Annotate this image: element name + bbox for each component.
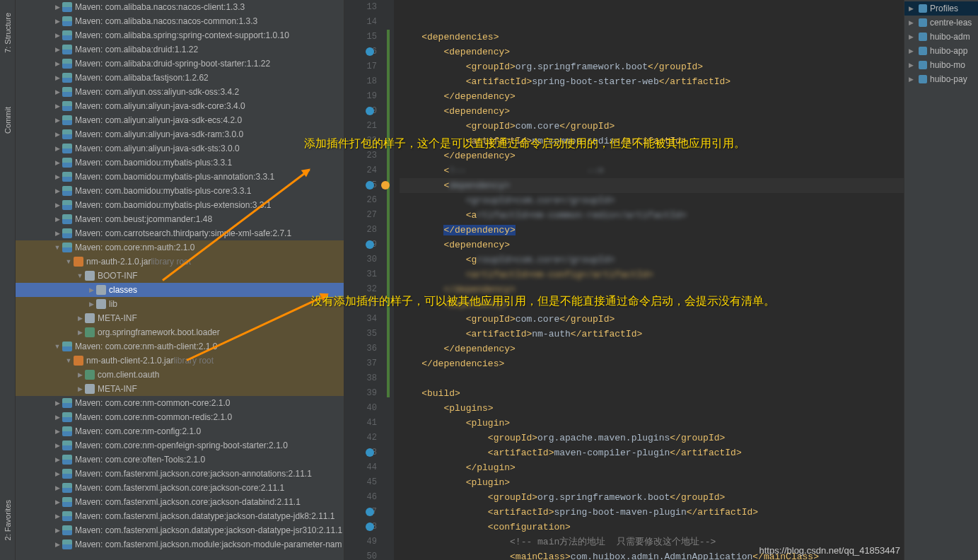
tree-arrow-icon[interactable] [52,88,62,95]
code-line[interactable]: </dependency> [400,89,904,104]
code-line[interactable] [400,371,904,386]
maven-item[interactable]: ▶huibo-mo [904,58,978,72]
tree-arrow-icon[interactable] [52,442,62,449]
tree-arrow-icon[interactable] [86,286,96,293]
tree-arrow-icon[interactable] [52,117,62,124]
tree-item[interactable]: BOOT-INF [16,269,344,283]
tree-item[interactable]: Maven: com.alibaba.nacos:nacos-client:1.… [16,0,344,14]
tree-arrow-icon[interactable] [52,513,62,520]
tree-item[interactable]: META-INF [16,311,344,325]
tree-arrow-icon[interactable] [52,145,62,152]
code-line[interactable]: <groupId>com.core</groupId> [400,119,904,134]
code-line[interactable]: <build> [400,386,904,401]
tree-arrow-icon[interactable] [52,527,62,534]
tree-item[interactable]: Maven: com.core:nm-common-redis:2.1.0 [16,410,344,424]
tree-arrow-icon[interactable] [75,272,85,279]
tree-arrow-icon[interactable] [75,371,85,378]
code-editor[interactable]: 1314151617181920212223242526272829303132… [344,0,904,560]
tree-item[interactable]: Maven: com.carrotsearch.thirdparty:simpl… [16,226,344,240]
tree-arrow-icon[interactable] [52,46,62,53]
tree-arrow-icon[interactable] [52,74,62,81]
gutter-run-icon[interactable] [366,181,374,189]
tree-item[interactable]: Maven: com.beust:jcommander:1.48 [16,212,344,226]
tree-item[interactable]: Maven: com.alibaba:fastjson:1.2.62 [16,71,344,85]
code-line[interactable]: </dependency> [400,342,904,356]
tree-item[interactable]: Maven: com.baomidou:mybatis-plus:3.3.1 [16,156,344,170]
code-line[interactable]: </dependencies> [400,356,904,371]
code-line[interactable]: <groupId>org.springframework.boot</group… [400,490,904,505]
tree-arrow-icon[interactable] [52,4,62,11]
tree-item[interactable]: Maven: com.aliyun:aliyun-java-sdk-core:3… [16,99,344,113]
code-line[interactable]: <artifactId>nm-auth</artifactId> [400,327,904,342]
tree-item[interactable]: Maven: com.core:often-Tools:2.1.0 [16,453,344,467]
gutter-run-icon[interactable] [366,448,374,457]
tree-arrow-icon[interactable] [75,385,85,392]
tree-item[interactable]: Maven: com.core:nm-common-core:2.1.0 [16,396,344,410]
tree-arrow-icon[interactable] [52,202,62,209]
tree-arrow-icon[interactable] [52,343,62,350]
tree-item[interactable]: Maven: com.aliyun:aliyun-java-sdk-sts:3.… [16,141,344,156]
tree-item[interactable]: Maven: com.core:nm-openfeign-spring-boot… [16,438,344,453]
gutter-run-icon[interactable] [366,240,374,249]
code-line[interactable]: </plugin> [400,460,904,475]
maven-item[interactable]: ▶huibo-adm [904,30,978,44]
tree-arrow-icon[interactable] [52,414,62,421]
tree-arrow-icon[interactable] [52,32,62,39]
code-line[interactable]: <!-- --> [400,163,904,178]
tree-item[interactable]: classes [16,283,344,297]
gutter-run-icon[interactable] [366,508,374,516]
tree-arrow-icon[interactable] [52,103,62,110]
tree-item[interactable]: nm-auth-client-2.1.0.jar library root [16,354,344,368]
code-line[interactable]: <artifactId>nm-config</artifactId> [400,267,904,282]
tree-item[interactable]: Maven: com.core:nm-auth-client:2.1.0 [16,339,344,354]
tree-arrow-icon[interactable] [52,470,62,477]
code-line[interactable]: <artifactId>maven-compiler-plugin</artif… [400,445,904,460]
tree-arrow-icon[interactable] [52,159,62,166]
code-line[interactable]: <groupId>com.core</groupId> [400,252,904,267]
tree-item[interactable]: Maven: com.fasterxml.jackson.datatype:ja… [16,523,344,537]
tree-arrow-icon[interactable] [52,187,62,194]
tree-item[interactable]: Maven: com.aliyun:aliyun-java-sdk-ram:3.… [16,127,344,141]
tree-arrow-icon[interactable] [52,230,62,237]
code-line[interactable]: </dependency> [400,223,904,238]
tree-arrow-icon[interactable] [52,399,62,407]
code-line[interactable]: <dependencies> [400,30,904,45]
tree-item[interactable]: Maven: com.alibaba.nacos:nacos-common:1.… [16,14,344,28]
tree-arrow-icon[interactable] [52,541,62,548]
code-line[interactable]: <plugin> [400,475,904,490]
code-line[interactable]: <artifactId>spring-boot-starter-web</art… [400,74,904,89]
tree-item[interactable]: Maven: com.alibaba.spring:spring-context… [16,28,344,42]
code-line[interactable]: <groupId>com.core</groupId> [400,312,904,327]
tree-arrow-icon[interactable] [52,456,62,463]
tree-item[interactable]: Maven: com.core:nm-auth:2.1.0 [16,240,344,255]
maven-item[interactable]: ▶centre-leas [904,16,978,30]
tree-item[interactable]: Maven: com.alibaba:druid-spring-boot-sta… [16,57,344,71]
tree-arrow-icon[interactable] [52,216,62,223]
tree-arrow-icon[interactable] [64,357,74,364]
code-line[interactable]: <groupId>org.springframework.boot</group… [400,59,904,74]
intention-bulb-icon[interactable] [381,181,390,189]
tree-item[interactable]: Maven: com.fasterxml.jackson.core:jackso… [16,481,344,495]
tree-item[interactable]: Maven: com.fasterxml.jackson.core:jackso… [16,495,344,509]
tree-arrow-icon[interactable] [52,244,62,251]
code-line[interactable]: <dependency> [400,104,904,119]
tree-item[interactable]: Maven: com.aliyun:aliyun-java-sdk-ecs:4.… [16,113,344,127]
tree-item[interactable]: Maven: com.fasterxml.jackson.core:jackso… [16,467,344,481]
tree-item[interactable]: Maven: com.fasterxml.jackson.datatype:ja… [16,509,344,523]
code-line[interactable]: <configuration> [400,520,904,535]
tree-arrow-icon[interactable] [52,131,62,138]
code-line[interactable]: <plugins> [400,401,904,416]
tree-item[interactable]: Maven: com.aliyun.oss:aliyun-sdk-oss:3.4… [16,85,344,99]
code-line[interactable]: <plugin> [400,416,904,431]
tree-item[interactable]: com.client.oauth [16,368,344,382]
gutter-run-icon[interactable] [366,523,374,531]
tree-arrow-icon[interactable] [52,484,62,491]
tree-arrow-icon[interactable] [75,329,85,336]
tree-item[interactable]: Maven: com.alibaba:druid:1.1.22 [16,42,344,57]
tree-item[interactable]: Maven: com.core:nm-config:2.1.0 [16,424,344,438]
maven-item[interactable]: ▶huibo-app [904,44,978,58]
tree-arrow-icon[interactable] [52,18,62,25]
gutter-run-icon[interactable] [366,107,374,115]
code-line[interactable] [400,15,904,30]
code-line[interactable] [400,0,904,15]
